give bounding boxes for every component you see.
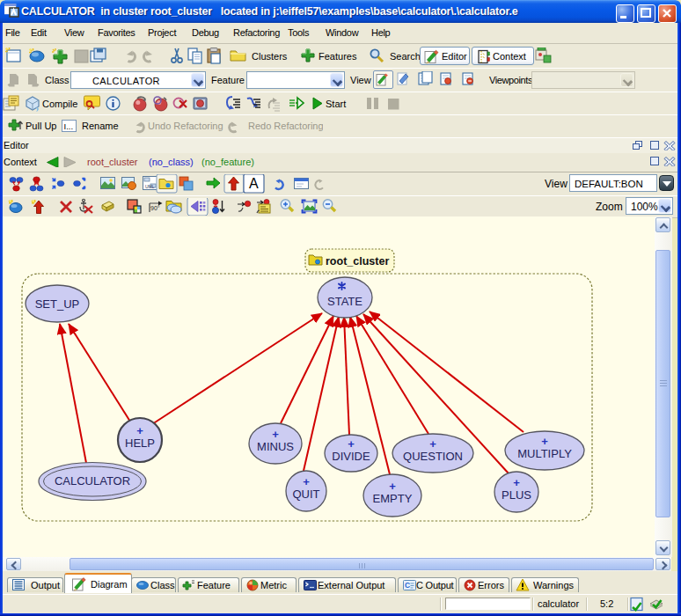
svg-text:DIVIDE: DIVIDE — [332, 450, 370, 463]
svg-text:Undo Refactoring: Undo Refactoring — [148, 121, 223, 131]
svg-text:CALCULATOR: CALCULATOR — [55, 474, 130, 488]
svg-text:Pull Up: Pull Up — [26, 121, 56, 131]
svg-text:+: + — [348, 437, 355, 451]
svg-text:root_cluster: root_cluster — [326, 255, 389, 268]
svg-text:+: + — [303, 475, 310, 488]
svg-text:Compile: Compile — [42, 99, 77, 109]
svg-text:+: + — [272, 428, 279, 441]
svg-text:MULTIPLY: MULTIPLY — [517, 447, 572, 460]
svg-text:QUESTION: QUESTION — [403, 450, 463, 463]
svg-text:EMPTY: EMPTY — [373, 492, 413, 505]
svg-text:HELP: HELP — [125, 436, 155, 450]
svg-text:Start: Start — [326, 99, 346, 109]
svg-text:QUIT: QUIT — [292, 488, 319, 501]
svg-text:+: + — [136, 424, 143, 437]
svg-text:Rename: Rename — [82, 121, 119, 131]
svg-text:A: A — [249, 176, 259, 191]
svg-text:SET_UP: SET_UP — [35, 297, 80, 311]
svg-text:+: + — [541, 435, 548, 448]
svg-text:UML: UML — [145, 184, 155, 189]
svg-text:+: + — [513, 476, 520, 489]
svg-text:Search: Search — [390, 51, 421, 62]
svg-text:C: C — [405, 581, 410, 590]
svg-text:+: + — [389, 480, 396, 493]
svg-text:+: + — [429, 437, 436, 451]
svg-text:90°: 90° — [150, 205, 160, 211]
svg-text:Redo Refactoring: Redo Refactoring — [248, 121, 323, 131]
svg-text:PLUS: PLUS — [502, 488, 531, 502]
svg-text:Features: Features — [319, 51, 357, 62]
svg-text:I...: I... — [64, 121, 74, 131]
svg-text:STATE: STATE — [327, 295, 362, 308]
svg-text:MINUS: MINUS — [257, 440, 294, 453]
svg-text:Clusters: Clusters — [252, 51, 288, 62]
